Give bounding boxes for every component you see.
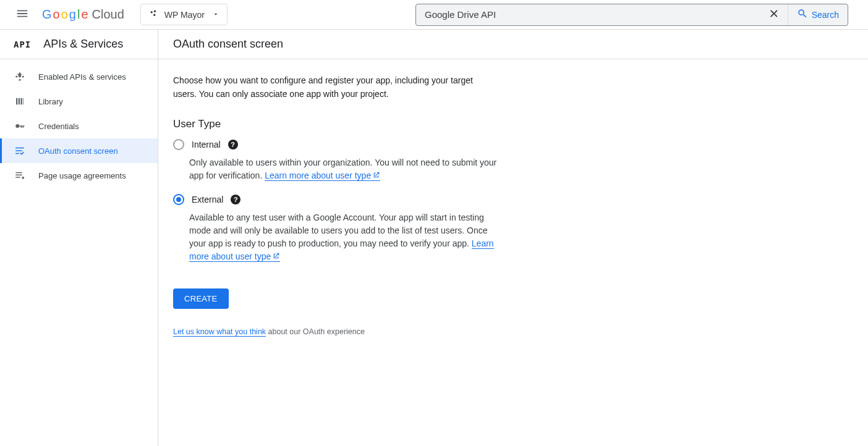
top-bar: Google Cloud WP Mayor Search: [0, 0, 868, 30]
hamburger-menu-button[interactable]: [10, 2, 35, 27]
radio-internal[interactable]: [173, 139, 184, 150]
svg-point-3: [19, 76, 21, 78]
close-icon: [768, 8, 780, 21]
sidebar-item-oauth-consent[interactable]: OAuth consent screen: [0, 138, 158, 163]
user-type-internal: Internal ? Only available to users withi…: [173, 139, 650, 183]
external-description: Available to any test user with a Google…: [189, 211, 504, 264]
feedback-line: Let us know what you think about our OAu…: [173, 327, 650, 336]
user-type-external: External ? Available to any test user wi…: [173, 194, 650, 264]
user-type-heading: User Type: [173, 118, 650, 130]
search-icon: [797, 8, 808, 21]
svg-point-2: [153, 14, 155, 16]
sidebar-item-label: OAuth consent screen: [38, 146, 118, 156]
sidebar-item-label: Page usage agreements: [38, 171, 126, 180]
sidebar-title: APIs & Services: [43, 38, 123, 51]
intro-text: Choose how you want to configure and reg…: [173, 74, 482, 101]
agreements-icon: [14, 170, 26, 181]
sidebar-item-label: Credentials: [38, 122, 79, 131]
sidebar-item-page-usage[interactable]: Page usage agreements: [0, 163, 158, 188]
credentials-icon: [14, 120, 26, 132]
search-clear-button[interactable]: [761, 4, 788, 25]
radio-external-label: External: [192, 195, 223, 204]
sidebar-item-credentials[interactable]: Credentials: [0, 114, 158, 138]
page-title: OAuth consent screen: [173, 38, 283, 51]
radio-internal-label: Internal: [192, 140, 221, 149]
external-link-icon: [372, 170, 380, 183]
library-icon: [14, 96, 26, 107]
project-name: WP Mayor: [164, 10, 205, 20]
sidebar-item-label: Enabled APIs & services: [38, 72, 126, 82]
feedback-rest: about our OAuth experience: [266, 327, 365, 336]
search-button-label: Search: [812, 10, 839, 20]
logo-cloud-text: Cloud: [92, 7, 124, 22]
svg-point-1: [154, 11, 156, 12]
external-link-icon: [272, 251, 280, 264]
oauth-icon: [14, 145, 26, 156]
svg-point-7: [19, 79, 21, 81]
svg-point-5: [22, 76, 24, 78]
sidebar: API APIs & Services Enabled APIs & servi…: [0, 30, 158, 446]
help-icon[interactable]: ?: [231, 195, 240, 204]
api-tag: API: [14, 40, 31, 49]
project-dots-icon: [148, 8, 160, 21]
project-picker[interactable]: WP Mayor: [140, 4, 228, 25]
content: Choose how you want to configure and reg…: [158, 59, 665, 351]
search-button[interactable]: Search: [788, 4, 848, 25]
enabled-apis-icon: [14, 71, 26, 82]
create-button[interactable]: CREATE: [173, 288, 229, 309]
main: OAuth consent screen Choose how you want…: [158, 30, 868, 446]
svg-point-4: [15, 76, 17, 78]
svg-point-8: [15, 124, 19, 128]
feedback-link[interactable]: Let us know what you think: [173, 327, 266, 337]
main-header: OAuth consent screen: [158, 30, 868, 59]
radio-external[interactable]: [173, 194, 184, 205]
sidebar-item-library[interactable]: Library: [0, 89, 158, 114]
sidebar-nav: Enabled APIs & services Library Credenti…: [0, 59, 158, 188]
help-icon[interactable]: ?: [228, 140, 238, 149]
sidebar-item-label: Library: [38, 97, 63, 106]
sidebar-item-enabled-apis[interactable]: Enabled APIs & services: [0, 64, 158, 89]
chevron-down-icon: [212, 10, 219, 20]
learn-more-internal-link[interactable]: Learn more about user type: [265, 170, 380, 181]
svg-point-0: [150, 11, 152, 13]
internal-description: Only available to users within your orga…: [189, 156, 504, 183]
sidebar-header: API APIs & Services: [0, 30, 158, 59]
search-input[interactable]: [416, 9, 761, 20]
hamburger-icon: [15, 7, 29, 22]
svg-point-9: [22, 177, 24, 179]
search-bar: Search: [415, 4, 848, 26]
gcp-logo[interactable]: Google Cloud: [42, 7, 124, 22]
svg-point-6: [19, 72, 21, 74]
